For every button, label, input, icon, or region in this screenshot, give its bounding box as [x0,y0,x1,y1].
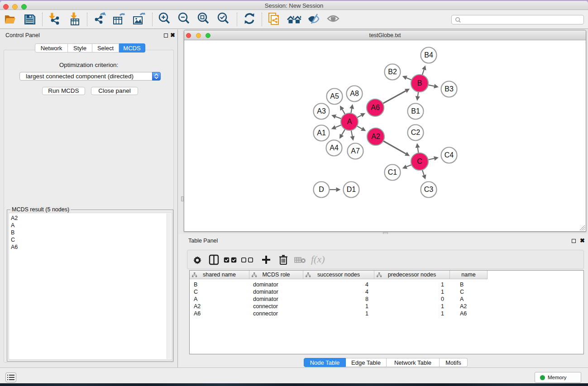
svg-text:B: B [417,79,422,87]
svg-text:C4: C4 [445,151,454,159]
svg-text:A: A [347,118,352,125]
svg-text:B2: B2 [388,68,397,76]
svg-text:A7: A7 [351,147,360,155]
svg-text:C2: C2 [411,129,421,136]
svg-text:C1: C1 [388,168,397,176]
svg-text:A1: A1 [317,129,326,137]
svg-text:D: D [319,186,324,193]
svg-text:A6: A6 [371,104,380,111]
svg-text:A2: A2 [371,133,380,140]
svg-text:D1: D1 [347,186,356,193]
svg-text:C: C [417,157,422,165]
svg-text:A4: A4 [330,144,339,152]
svg-text:C3: C3 [424,186,434,193]
svg-text:A3: A3 [317,107,326,115]
svg-text:A8: A8 [350,90,359,97]
svg-text:A5: A5 [330,92,339,100]
svg-text:B4: B4 [424,51,433,59]
svg-text:B1: B1 [411,107,420,115]
svg-text:B3: B3 [445,85,454,93]
